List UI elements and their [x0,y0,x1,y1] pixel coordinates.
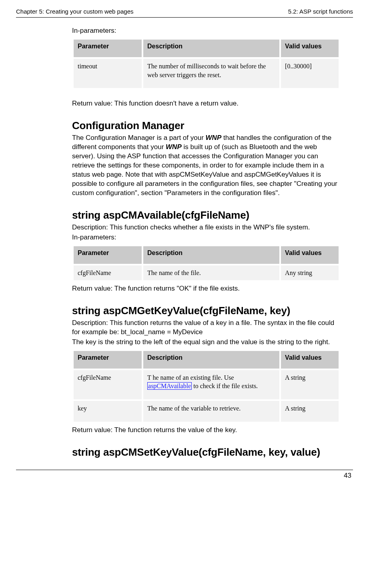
return-value-text: Return value: The function returns the v… [72,426,340,435]
configuration-manager-paragraph: The Configuration Manager is a part of y… [72,134,340,198]
table-row: cfgFileName T he name of an existing fil… [74,370,339,399]
page-number: 43 [16,472,353,480]
aspcmavailable-description: Description: This function checks whethe… [72,223,340,232]
cell-description: T he name of an existing file. Use aspCM… [143,370,279,399]
wnp-term: WNP [206,134,222,142]
col-header-valid-values: Valid values [281,351,339,369]
col-header-parameter: Parameter [74,40,142,57]
timeout-parameter-table: Parameter Description Valid values timeo… [72,38,340,90]
col-header-valid-values: Valid values [281,40,339,57]
header-chapter-left: Chapter 5: Creating your custom web page… [16,8,134,15]
table-row: timeout The number of milliseconds to wa… [74,59,339,88]
cfgmgr-text-pre: The Configuration Manager is a part of y… [72,134,206,142]
table-row: key The name of the variable to retrieve… [74,401,339,422]
header-section-right: 5.2: ASP script functions [288,8,353,15]
link-aspcmavailable[interactable]: aspCMAvailable [147,382,192,390]
table-header-row: Parameter Description Valid values [74,40,339,57]
heading-aspcmavailable: string aspCMAvailable(cfgFileName) [72,209,340,221]
header-rule [16,17,353,18]
in-parameters-label: In-parameters: [72,233,340,242]
cell-parameter: timeout [74,59,142,88]
aspcmavailable-parameter-table: Parameter Description Valid values cfgFi… [72,245,340,282]
in-parameters-label: In-parameters: [72,26,340,36]
col-header-valid-values: Valid values [281,246,339,264]
cell-valid-values: A string [281,370,339,399]
cell-valid-values: Any string [281,265,339,281]
table-header-row: Parameter Description Valid values [74,246,339,264]
cell-description: The name of the file. [143,265,279,281]
heading-aspcmsetkeyvalue: string aspCMSetKeyValue(cfgFileName, key… [72,446,340,458]
footer-rule [16,470,353,470]
cell-parameter: key [74,401,142,422]
aspcmgetkeyvalue-description-1: Description: This function returns the v… [72,319,340,337]
page-header: Chapter 5: Creating your custom web page… [16,8,353,16]
return-value-text: Return value: This function doesn't have… [72,99,340,108]
cell-desc-pre: T he name of an existing file. Use [147,374,234,381]
aspcmgetkeyvalue-parameter-table: Parameter Description Valid values cfgFi… [72,349,340,423]
col-header-parameter: Parameter [74,351,142,369]
col-header-description: Description [143,246,279,264]
heading-configuration-manager: Configuration Manager [72,120,340,132]
cell-parameter: cfgFileName [74,265,142,281]
table-header-row: Parameter Description Valid values [74,351,339,369]
cell-parameter: cfgFileName [74,370,142,399]
cell-valid-values: [0..30000] [281,59,339,88]
return-value-text: Return value: The function returns "OK" … [72,284,340,293]
cell-desc-post: to check if the file exists. [192,383,258,389]
wnp-term: WNP [166,143,182,151]
cell-valid-values: A string [281,401,339,422]
col-header-description: Description [143,351,279,369]
cell-description: The number of milliseconds to wait befor… [143,59,279,88]
heading-aspcmgetkeyvalue: string aspCMGetKeyValue(cfgFileName, key… [72,305,340,317]
table-row: cfgFileName The name of the file. Any st… [74,265,339,281]
col-header-parameter: Parameter [74,246,142,264]
aspcmgetkeyvalue-description-2: The key is the string to the left of the… [72,338,340,347]
cell-description: The name of the variable to retrieve. [143,401,279,422]
cfgmgr-text-mid2: is built up of (such as Bluetooth and th… [72,143,337,197]
col-header-description: Description [143,40,279,57]
